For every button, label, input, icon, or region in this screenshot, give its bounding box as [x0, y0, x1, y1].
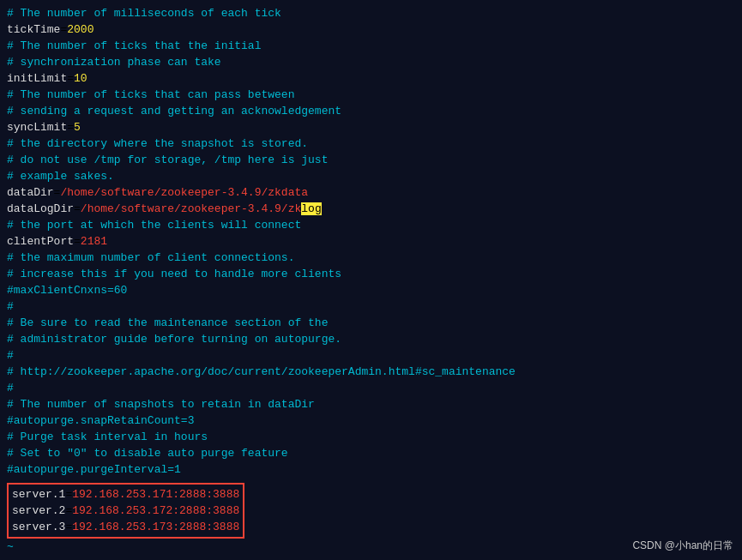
server-line-1: server.1=192.168.253.171:2888:3888: [9, 486, 243, 503]
tilde-2: ~: [7, 555, 735, 560]
val-server1: 192.168.253.171:2888:3888: [72, 488, 239, 501]
line-9: # the directory where the snapshot is st…: [7, 135, 735, 152]
line-6: # The number of ticks that can pass betw…: [7, 87, 735, 103]
line-13: dataLogDir=/home/software/zookeeper-3.4.…: [7, 201, 735, 217]
line-5: initLimit=10: [7, 70, 735, 87]
key-server1: server.1: [12, 488, 65, 501]
val-synclimit: 5: [74, 121, 81, 134]
line-2: tickTime=2000: [7, 21, 735, 38]
line-20: # Be sure to read the maintenance sectio…: [7, 315, 735, 331]
watermark: CSDN @小han的日常: [632, 539, 733, 553]
server-box: server.1=192.168.253.171:2888:3888 serve…: [7, 483, 244, 539]
val-server3: 192.168.253.173:2888:3888: [72, 521, 239, 533]
line-17: # increase this if you need to handle mo…: [7, 266, 735, 282]
server-block-wrapper: server.1=192.168.253.171:2888:3888 serve…: [7, 481, 244, 539]
val-datadir: /home/software/zookeeper-3.4.9/zkdata: [60, 186, 308, 199]
server-line-3: server.3=192.168.253.173:2888:3888: [9, 519, 243, 535]
key-initlimit: initLimit: [7, 72, 67, 85]
key-server3: server.3: [12, 521, 65, 533]
line-4: # synchronization phase can take: [7, 54, 735, 70]
server-line-2: server.2=192.168.253.172:2888:3888: [9, 503, 243, 519]
val-clientport: 2181: [81, 235, 107, 248]
line-16: # the maximum number of client connectio…: [7, 250, 735, 266]
line-25: # The number of snapshots to retain in d…: [7, 396, 735, 412]
line-23: # http://zookeeper.apache.org/doc/curren…: [7, 364, 735, 380]
line-29: #autopurge.purgeInterval=1: [7, 461, 735, 478]
tilde-1: ~: [7, 539, 735, 555]
line-18: #maxClientCnxns=60: [7, 282, 735, 298]
code-block: # The number of milliseconds of each tic…: [7, 5, 735, 478]
key-ticktime: tickTime: [7, 23, 60, 36]
val-server2: 192.168.253.172:2888:3888: [72, 504, 239, 517]
line-14: # the port at which the clients will con…: [7, 217, 735, 233]
line-24: #: [7, 380, 735, 396]
line-7: # sending a request and getting an ackno…: [7, 103, 735, 119]
line-8: syncLimit=5: [7, 119, 735, 135]
line-19: #: [7, 298, 735, 315]
line-15: clientPort=2181: [7, 233, 735, 250]
key-clientport: clientPort: [7, 235, 74, 248]
line-26: #autopurge.snapRetainCount=3: [7, 412, 735, 429]
key-datadir: dataDir: [7, 186, 54, 199]
line-22: #: [7, 347, 735, 364]
key-server2: server.2: [12, 504, 65, 517]
key-datalogdir: dataLogDir: [7, 202, 74, 215]
line-28: # Set to "0" to disable auto purge featu…: [7, 445, 735, 461]
val-initlimit: 10: [74, 72, 87, 85]
val-datalogdir: /home/software/zookeeper-3.4.9/zk: [81, 202, 301, 215]
line-1: # The number of milliseconds of each tic…: [7, 5, 735, 21]
line-12: dataDir=/home/software/zookeeper-3.4.9/z…: [7, 184, 735, 201]
line-11: # example sakes.: [7, 168, 735, 184]
line-27: # Purge task interval in hours: [7, 429, 735, 445]
line-21: # administrator guide before turning on …: [7, 331, 735, 347]
line-10: # do not use /tmp for storage, /tmp here…: [7, 152, 735, 168]
val-ticktime: 2000: [67, 23, 94, 36]
terminal: # The number of milliseconds of each tic…: [0, 0, 742, 560]
key-synclimit: syncLimit: [7, 121, 67, 134]
val-datalogdir-highlight: log: [301, 202, 321, 215]
line-3: # The number of ticks that the initial: [7, 38, 735, 54]
